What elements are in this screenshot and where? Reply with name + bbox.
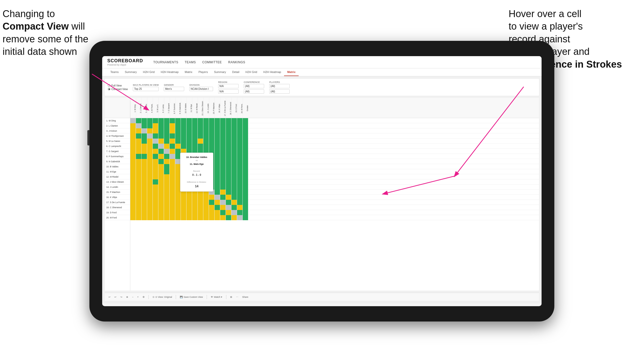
grid-cell[interactable] <box>226 123 231 128</box>
grid-cell[interactable] <box>220 133 226 139</box>
grid-cell[interactable] <box>209 123 215 128</box>
grid-cell[interactable] <box>175 215 181 220</box>
grid-cell[interactable] <box>220 123 226 128</box>
grid-cell[interactable] <box>192 210 198 215</box>
grid-cell[interactable] <box>147 139 153 144</box>
grid-cell[interactable] <box>170 195 175 200</box>
max-players-select[interactable]: Top 25 <box>133 87 159 91</box>
grid-cell[interactable] <box>243 200 248 205</box>
grid-cell[interactable] <box>220 205 226 210</box>
grid-cell[interactable] <box>175 139 181 144</box>
grid-cell[interactable] <box>153 159 158 164</box>
grid-cell[interactable] <box>170 184 175 190</box>
grid-cell[interactable] <box>220 118 226 123</box>
tab-summary-1[interactable]: Summary <box>122 68 140 76</box>
grid-cell[interactable] <box>142 179 147 184</box>
grid-cell[interactable] <box>203 215 209 220</box>
grid-cell[interactable] <box>220 195 226 200</box>
grid-cell[interactable] <box>237 128 243 133</box>
grid-cell[interactable] <box>130 184 136 190</box>
grid-cell[interactable] <box>147 184 153 190</box>
grid-cell[interactable] <box>153 179 158 184</box>
nav-teams[interactable]: TEAMS <box>185 59 196 65</box>
grid-cell[interactable] <box>158 128 164 133</box>
grid-cell[interactable] <box>136 128 142 133</box>
grid-cell[interactable] <box>209 205 215 210</box>
tab-detail[interactable]: Detail <box>229 68 242 76</box>
grid-cell[interactable] <box>215 139 220 144</box>
tab-teams[interactable]: Teams <box>107 68 122 76</box>
grid-cell[interactable] <box>220 215 226 220</box>
grid-cell[interactable] <box>175 205 181 210</box>
grid-cell[interactable] <box>186 200 192 205</box>
grid-cell[interactable] <box>198 210 203 215</box>
players-select-2[interactable]: (All) <box>269 89 290 94</box>
grid-cell[interactable] <box>186 144 192 149</box>
grid-cell[interactable] <box>164 118 170 123</box>
toolbar-zoom-icon[interactable]: ⊕ <box>126 296 128 298</box>
grid-cell[interactable] <box>215 169 220 174</box>
grid-cell[interactable] <box>158 174 164 179</box>
grid-cell[interactable] <box>153 118 158 123</box>
grid-cell[interactable] <box>164 123 170 128</box>
grid-cell[interactable] <box>158 149 164 154</box>
grid-cell[interactable] <box>153 210 158 215</box>
grid-cell[interactable] <box>130 200 136 205</box>
grid-cell[interactable] <box>243 190 248 195</box>
grid-cell[interactable] <box>181 215 186 220</box>
grid-cell[interactable] <box>175 133 181 139</box>
grid-cell[interactable] <box>186 118 192 123</box>
grid-cell[interactable] <box>170 133 175 139</box>
grid-cell[interactable] <box>136 139 142 144</box>
grid-cell[interactable] <box>130 179 136 184</box>
grid-cell[interactable] <box>158 205 164 210</box>
grid-cell[interactable] <box>220 164 226 169</box>
grid-cell[interactable] <box>243 210 248 215</box>
grid-cell[interactable] <box>226 144 231 149</box>
conference-select-2[interactable]: (All) <box>244 89 264 94</box>
grid-cell[interactable] <box>231 133 237 139</box>
grid-cell[interactable] <box>164 179 170 184</box>
grid-cell[interactable] <box>142 123 147 128</box>
grid-cell[interactable] <box>181 139 186 144</box>
grid-cell[interactable] <box>203 123 209 128</box>
grid-cell[interactable] <box>170 215 175 220</box>
grid-cell[interactable] <box>175 128 181 133</box>
grid-cell[interactable] <box>192 144 198 149</box>
grid-cell[interactable] <box>158 159 164 164</box>
grid-cell[interactable] <box>175 200 181 205</box>
grid-cell[interactable] <box>153 154 158 159</box>
grid-cell[interactable] <box>147 195 153 200</box>
grid-cell[interactable] <box>231 179 237 184</box>
grid-cell[interactable] <box>192 195 198 200</box>
grid-cell[interactable] <box>209 144 215 149</box>
grid-cell[interactable] <box>209 118 215 123</box>
grid-cell[interactable] <box>142 118 147 123</box>
grid-cell[interactable] <box>164 139 170 144</box>
grid-cell[interactable] <box>130 133 136 139</box>
grid-cell[interactable] <box>181 205 186 210</box>
grid-cell[interactable] <box>158 184 164 190</box>
grid-cell[interactable] <box>231 144 237 149</box>
grid-cell[interactable] <box>226 184 231 190</box>
grid-cell[interactable] <box>142 128 147 133</box>
grid-cell[interactable] <box>231 159 237 164</box>
grid-cell[interactable] <box>170 164 175 169</box>
grid-cell[interactable] <box>237 190 243 195</box>
toolbar-more-icon[interactable]: ⋯ <box>236 296 238 298</box>
grid-cell[interactable] <box>220 184 226 190</box>
grid-cell[interactable] <box>153 133 158 139</box>
grid-cell[interactable] <box>243 184 248 190</box>
grid-cell[interactable] <box>231 154 237 159</box>
grid-cell[interactable] <box>231 215 237 220</box>
grid-cell[interactable] <box>226 195 231 200</box>
grid-cell[interactable] <box>170 154 175 159</box>
toolbar-zoom-plus[interactable]: + <box>137 296 138 298</box>
grid-cell[interactable] <box>243 154 248 159</box>
toolbar-watch[interactable]: 👁 Watch ▾ <box>211 296 222 298</box>
grid-cell[interactable] <box>243 195 248 200</box>
grid-cell[interactable] <box>147 128 153 133</box>
grid-cell[interactable] <box>186 195 192 200</box>
grid-cell[interactable] <box>136 215 142 220</box>
grid-cell[interactable] <box>147 169 153 174</box>
